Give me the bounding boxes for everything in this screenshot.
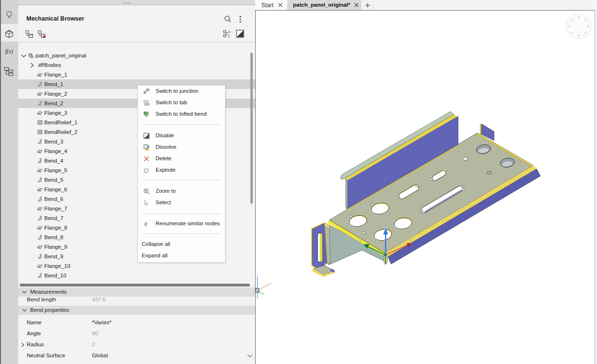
- svg-text:Y: Y: [358, 237, 362, 244]
- svg-text:X: X: [409, 237, 413, 244]
- svg-text:Z: Z: [383, 225, 387, 231]
- svg-text:#: #: [144, 221, 147, 228]
